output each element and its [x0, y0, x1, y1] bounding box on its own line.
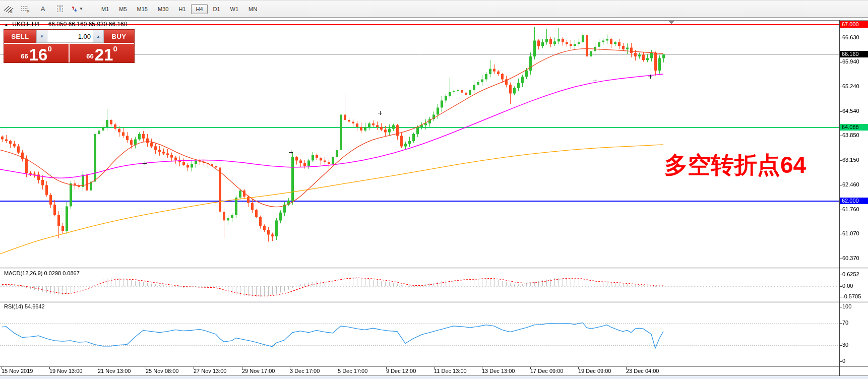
dropdown-caret-icon: ▼ — [79, 7, 83, 11]
timeframe-button-M1[interactable]: M1 — [97, 4, 113, 14]
text-box-icon: T — [57, 6, 63, 12]
symbol-header: ▲ UKOil-,H4 66.050 66.160 65.930 66.160 — [4, 21, 127, 28]
price-tick-label: 66.630 — [842, 34, 859, 41]
chart-annotation-text: 多空转折点64 — [664, 150, 806, 181]
price-badge: 64.088 — [840, 124, 868, 131]
buy-price-display[interactable]: 66 21 0 — [70, 44, 134, 62]
timeframe-button-H1[interactable]: H1 — [174, 4, 190, 14]
price-badge: 66.160 — [840, 51, 868, 57]
time-tick-label: 27 Nov 13:00 — [194, 368, 226, 374]
timeframe-button-MN[interactable]: MN — [244, 4, 262, 14]
price-tick-label: 63.850 — [842, 132, 859, 139]
trade-prices-row: 66 16 0 66 21 0 — [4, 43, 134, 62]
buy-price-big: 21 — [95, 47, 113, 62]
buy-button[interactable]: BUY — [104, 30, 134, 43]
price-tick-label: 61.760 — [842, 206, 859, 213]
price-badge: 67.000 — [840, 21, 868, 28]
text-label-tool-button[interactable]: A — [35, 2, 51, 16]
text-label-icon: A — [41, 5, 45, 13]
buy-price-sup: 0 — [113, 44, 117, 53]
sell-price-small: 66 — [21, 52, 28, 60]
timeframe-button-W1[interactable]: W1 — [226, 4, 243, 14]
trading-terminal-window: E F A T ▼ M1M5M15M30H1H4D1W1MN — [0, 0, 868, 379]
price-tick-label: 62.460 — [842, 181, 859, 188]
rsi-label: RSI(14) 54.6642 — [4, 303, 45, 309]
rsi-tick-label: 70 — [842, 320, 848, 326]
time-tick-label: 21 Nov 13:00 — [98, 368, 131, 374]
timeframe-button-M15[interactable]: M15 — [133, 4, 152, 14]
buy-price-small: 66 — [86, 52, 93, 60]
timeframe-button-M5[interactable]: M5 — [114, 4, 131, 14]
macd-tick-label: 0.00 — [842, 283, 853, 289]
fibonacci-icon: F — [21, 5, 31, 13]
collapse-triangle-icon[interactable]: ▲ — [4, 22, 9, 27]
volume-decrease-button[interactable]: ▼ — [36, 30, 47, 43]
rsi-tick-label: 0 — [842, 358, 845, 364]
time-tick-label: 9 Dec 12:00 — [386, 368, 416, 374]
price-tick-label: 64.540 — [842, 108, 859, 114]
chart-shift-marker-icon[interactable] — [668, 20, 675, 24]
arrow-styles-icon — [71, 6, 78, 13]
sell-price-display[interactable]: 66 16 0 — [4, 44, 69, 62]
rsi-tick-label: 100 — [842, 303, 851, 310]
symbol-name: UKOil-,H4 — [12, 21, 39, 28]
window-bottom-strip — [0, 376, 868, 379]
rsi-tick-label: 30 — [842, 342, 848, 348]
time-tick-label: 5 Dec 17:00 — [338, 368, 367, 374]
price-tick-label: 60.370 — [842, 255, 859, 262]
macd-tick-label: 0.6252 — [842, 271, 859, 278]
toolbar: E F A T ▼ M1M5M15M30H1H4D1W1MN — [0, 0, 868, 18]
time-tick-label: 15 Nov 2019 — [2, 368, 33, 374]
volume-input[interactable] — [47, 30, 93, 43]
trade-controls-row: SELL ▼ ▲ BUY — [4, 30, 134, 43]
time-tick-label: 17 Dec 09:00 — [530, 368, 563, 374]
time-tick-label: 3 Dec 17:00 — [290, 368, 320, 374]
price-tick-label: 65.940 — [842, 58, 859, 65]
time-tick-label: 11 Dec 13:00 — [434, 368, 467, 374]
ohlc-values: 66.050 66.160 65.930 66.160 — [48, 21, 128, 28]
time-tick-label: 23 Dec 04:00 — [626, 368, 659, 374]
price-tick-label: 65.240 — [842, 83, 859, 90]
macd-tick-label: -0.5705 — [842, 293, 861, 300]
equidistant-channel-icon: E — [4, 5, 14, 13]
sell-price-big: 16 — [29, 47, 48, 62]
volume-increase-button[interactable]: ▲ — [93, 30, 104, 43]
one-click-trade-panel: SELL ▼ ▲ BUY 66 16 0 66 21 0 — [4, 29, 135, 63]
fibonacci-tool-button[interactable]: F — [18, 2, 34, 16]
sell-button[interactable]: SELL — [4, 30, 36, 43]
time-tick-label: 13 Dec 13:00 — [482, 368, 515, 374]
time-tick-label: 25 Nov 08:00 — [146, 368, 178, 374]
svg-text:F: F — [27, 10, 29, 13]
equidistant-channel-tool-button[interactable]: E — [1, 2, 17, 16]
time-tick-label: 19 Dec 09:00 — [578, 368, 611, 374]
text-box-tool-button[interactable]: T — [52, 2, 68, 16]
timeframe-group: M1M5M15M30H1H4D1W1MN — [91, 3, 262, 15]
svg-text:E: E — [10, 10, 13, 13]
price-badge: 62.000 — [840, 198, 868, 204]
arrow-styles-button[interactable]: ▼ — [69, 2, 85, 16]
macd-label: MACD(12,26,9) 0.0298 0.0867 — [4, 270, 80, 276]
timeframe-button-D1[interactable]: D1 — [209, 4, 225, 14]
time-tick-label: 29 Nov 17:00 — [242, 368, 275, 374]
timeframe-button-H4[interactable]: H4 — [191, 4, 207, 14]
timeframe-button-M30[interactable]: M30 — [153, 4, 173, 14]
price-tick-label: 63.150 — [842, 157, 859, 163]
price-tick-label: 61.070 — [842, 230, 859, 237]
sell-price-sup: 0 — [47, 44, 51, 53]
time-tick-label: 19 Nov 13:00 — [49, 368, 82, 374]
